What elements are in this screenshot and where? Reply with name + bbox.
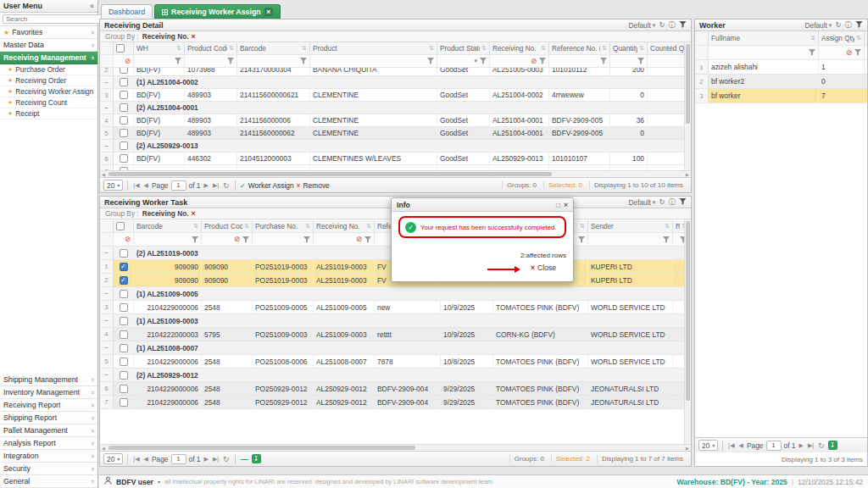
group-row[interactable]: −(1) AL251008-0007 xyxy=(100,341,691,355)
info-icon[interactable]: ⓘ xyxy=(845,21,853,29)
first-page-button[interactable]: |◀ xyxy=(132,456,140,463)
tab-dashboard[interactable]: Dashboard xyxy=(101,4,153,19)
remove-group-by-icon[interactable]: × xyxy=(192,209,196,218)
table-row[interactable]: 1azizeh alishahi1 xyxy=(695,60,867,75)
filter-cell[interactable] xyxy=(134,55,185,67)
first-page-button[interactable]: |◀ xyxy=(132,182,140,189)
row-checkbox[interactable] xyxy=(120,398,128,407)
filter-funnel-icon[interactable] xyxy=(303,236,310,243)
next-page-button[interactable]: ▶ xyxy=(798,442,804,449)
refresh-icon[interactable]: ↻ xyxy=(835,21,841,29)
row-checkbox[interactable]: ✓ xyxy=(120,276,128,285)
column-header-receiving-no[interactable]: Receiving No.⇅ xyxy=(490,42,549,54)
refresh-icon[interactable]: ↻ xyxy=(659,198,665,206)
vertical-scrollbar[interactable] xyxy=(684,42,691,170)
search-input[interactable] xyxy=(3,14,103,24)
scrollbar-thumb[interactable] xyxy=(686,44,690,124)
column-header-receiving-no[interactable]: Receiving No.⇅ xyxy=(314,219,375,232)
collapse-group-icon[interactable]: − xyxy=(104,371,108,379)
prev-page-button[interactable]: ◀ xyxy=(143,182,149,189)
column-header-product-code[interactable]: Product Code⇅ xyxy=(185,42,237,54)
column-header-barcode[interactable]: Barcode⇅ xyxy=(237,42,310,54)
sidebar-section-general[interactable]: General» xyxy=(0,475,97,488)
clear-filter-icon[interactable]: ⊘ xyxy=(846,49,852,57)
column-header-barcode[interactable]: Barcode⇅ xyxy=(134,219,202,232)
scrollbar-thumb[interactable] xyxy=(108,172,552,176)
export-button[interactable]: ↧ xyxy=(828,441,837,450)
row-checkbox[interactable] xyxy=(120,303,128,312)
filter-cell[interactable] xyxy=(237,55,310,67)
column-header-wh[interactable]: WH⇅ xyxy=(134,42,185,54)
column-header-sender[interactable]: Sender⇅ xyxy=(588,219,673,232)
scroll-right-icon[interactable]: ▶ xyxy=(684,445,691,451)
table-row[interactable]: 321042290000062548PO251009-0005AL251009-… xyxy=(100,301,691,314)
row-checkbox[interactable] xyxy=(120,371,128,380)
table-row[interactable]: 3bf worker7 xyxy=(695,89,867,103)
collapse-group-icon[interactable]: − xyxy=(104,290,108,297)
scrollbar-thumb[interactable] xyxy=(108,446,415,450)
sidebar-section-analysis-report[interactable]: Analysis Report» xyxy=(0,437,97,450)
sidebar-item-receiving-order[interactable]: ★Receiving Order xyxy=(0,75,97,86)
filter-cell[interactable] xyxy=(310,55,437,67)
filter-cell[interactable] xyxy=(253,233,314,246)
group-row[interactable]: −(2) AL250929-0012 xyxy=(100,369,691,382)
filter-cell[interactable] xyxy=(709,46,819,59)
row-checkbox[interactable] xyxy=(120,129,128,137)
close-button[interactable]: × Close xyxy=(531,263,556,272)
preset-select[interactable]: Default▾ xyxy=(629,21,656,30)
row-checkbox[interactable] xyxy=(120,116,128,125)
row-checkbox[interactable] xyxy=(120,103,128,112)
scrollbar-thumb[interactable] xyxy=(686,221,690,401)
vertical-scrollbar[interactable] xyxy=(684,219,691,444)
column-header-product-status[interactable]: Product Status⇅ xyxy=(437,42,490,54)
column-header-assign-qty[interactable]: Assign Qty⇅ xyxy=(819,31,865,45)
remove-button[interactable]: ×Remove xyxy=(297,181,330,190)
row-checkbox[interactable] xyxy=(120,330,128,339)
filter-funnel-icon[interactable] xyxy=(539,58,546,64)
tab-receiving-worker-assign[interactable]: Receiving Worker Assign × xyxy=(154,4,281,19)
sidebar-section-shipping-management[interactable]: Shipping Management» xyxy=(0,374,97,386)
group-row[interactable]: −(1) AL251009-0003 xyxy=(100,314,691,328)
sidebar-section-shipping-report[interactable]: Shipping Report» xyxy=(0,412,97,424)
table-row[interactable]: 521042290000062548PO251008-0006AL251008-… xyxy=(100,355,691,369)
filter-cell[interactable] xyxy=(185,55,237,67)
filter-funnel-icon[interactable] xyxy=(578,236,585,243)
row-checkbox[interactable] xyxy=(120,141,128,150)
filter-cell[interactable]: ▾ xyxy=(437,55,490,67)
row-checkbox[interactable] xyxy=(120,78,128,86)
next-page-button[interactable]: ▶ xyxy=(203,182,209,189)
page-size-select[interactable]: 20▾ xyxy=(698,440,718,451)
row-checkbox[interactable] xyxy=(120,154,128,163)
collapse-group-icon[interactable]: − xyxy=(104,104,108,112)
filter-funnel-icon[interactable] xyxy=(242,236,249,243)
row-checkbox[interactable] xyxy=(120,358,128,366)
clear-filters-icon[interactable]: ⊘ xyxy=(125,58,131,65)
prev-page-button[interactable]: ◀ xyxy=(738,442,744,449)
filter-cell[interactable] xyxy=(610,55,648,67)
row-checkbox[interactable] xyxy=(120,344,128,352)
table-row[interactable]: 721042290000062548PO250929-0012AL250929-… xyxy=(100,396,691,409)
preset-select[interactable]: Default▾ xyxy=(629,198,656,207)
column-header-quantity[interactable]: Quantity⇅ xyxy=(610,42,648,54)
info-icon[interactable]: ⓘ xyxy=(669,21,676,29)
filter-funnel-icon[interactable] xyxy=(300,58,307,64)
sidebar-section-integration[interactable]: Integration» xyxy=(0,450,97,463)
group-row[interactable]: −(2) AL250929-0013 xyxy=(100,140,691,152)
user-menu-caret-icon[interactable]: ▾ xyxy=(158,479,160,485)
group-by-chip[interactable]: Receiving No. × xyxy=(142,32,196,41)
last-page-button[interactable]: ▶| xyxy=(212,456,220,463)
last-page-button[interactable]: ▶| xyxy=(212,182,220,189)
filter-icon[interactable] xyxy=(679,198,687,207)
filter-funnel-icon[interactable] xyxy=(854,49,861,56)
filter-cell[interactable] xyxy=(588,233,673,246)
clear-filters-icon[interactable]: ⊘ xyxy=(125,236,131,243)
info-icon[interactable]: ⓘ xyxy=(669,198,676,206)
clear-filter-icon[interactable]: ⊘ xyxy=(234,236,240,243)
page-size-select[interactable]: 20▾ xyxy=(103,180,123,191)
filter-select-caret-icon[interactable]: ▾ xyxy=(474,58,477,64)
collapse-sidebar-icon[interactable]: « xyxy=(90,2,94,10)
collapse-group-icon[interactable]: − xyxy=(104,142,108,150)
column-header-fullname[interactable]: Fullname⇅ xyxy=(709,31,819,45)
sidebar-section-receiving-management[interactable]: Receiving Management « xyxy=(0,52,97,64)
filter-funnel-icon[interactable] xyxy=(175,58,181,64)
